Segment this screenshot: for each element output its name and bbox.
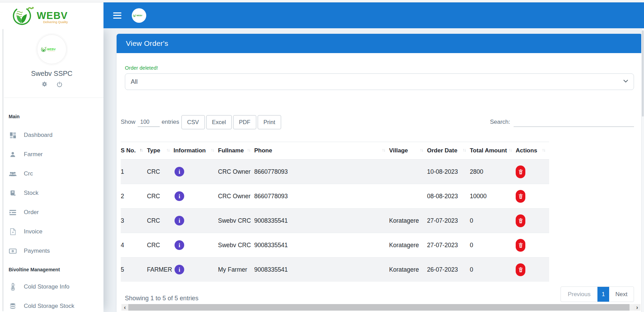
money-bill-icon — [9, 249, 17, 254]
sort-icon: ↑↓ — [382, 147, 385, 152]
hamburger-menu-icon[interactable] — [113, 12, 121, 19]
sidebar-item-cold-storage-stock[interactable]: Cold Storage Stock — [0, 296, 103, 312]
column-header-village[interactable]: Village↑↓ — [389, 142, 427, 160]
brand-name-text: WEBV — [47, 48, 56, 51]
cell-type: CRC — [147, 184, 174, 209]
sidebar-item-order[interactable]: Order — [0, 203, 103, 222]
cell-order-date: 10-08-2023 — [427, 160, 470, 184]
cell-type: CRC — [147, 209, 174, 233]
trash-icon — [518, 267, 523, 272]
table-row: 3 CRC i Swebv CRC 9008335541 Koratagere … — [121, 209, 549, 233]
sidebar-item-label: Crc — [24, 170, 33, 177]
profile-name: Swebv SSPC — [0, 70, 103, 78]
scroll-left-icon[interactable]: ‹ — [121, 304, 128, 311]
page-top-strip — [0, 0, 644, 2]
info-icon: i — [179, 218, 180, 224]
cell-fullname: My Farmer — [218, 258, 254, 282]
sidebar-item-farmer[interactable]: Farmer — [0, 145, 103, 164]
vertical-scrollbar-thumb[interactable] — [642, 30, 644, 117]
cell-village — [389, 184, 427, 209]
cell-phone: 9008335541 — [254, 258, 389, 282]
scroll-right-icon[interactable]: › — [634, 304, 641, 311]
column-header-information[interactable]: Information↑↓ — [174, 142, 218, 160]
column-header-sno[interactable]: S No.↑↓ — [121, 142, 147, 160]
column-header-type[interactable]: Type↑↓ — [147, 142, 174, 160]
brand-logo[interactable]: WEBV Delivering Quality — [0, 2, 103, 28]
column-header-fullname[interactable]: Fullname↑↓ — [218, 142, 254, 160]
cell-sno: 5 — [121, 258, 147, 282]
sidebar-item-crc[interactable]: Crc — [0, 164, 103, 183]
delete-button[interactable] — [516, 239, 525, 252]
sidebar-item-cold-storage-info[interactable]: Cold Storage Info — [0, 277, 103, 296]
sidebar-item-dashboard[interactable]: Dashboard — [0, 125, 103, 145]
sidebar-scrollbar[interactable] — [2, 29, 3, 311]
cell-actions — [516, 209, 549, 233]
column-header-total-amount[interactable]: Total Amount↑↓ — [470, 142, 516, 160]
cell-actions — [516, 160, 549, 184]
pagination-previous[interactable]: Previous — [561, 287, 597, 302]
column-header-order-date[interactable]: Order Date↑↓ — [427, 142, 470, 160]
cell-information: i — [174, 209, 218, 233]
info-icon: i — [179, 169, 180, 175]
table-row: 4 CRC i Swebv CRC 9008335541 Koratagere … — [121, 233, 549, 258]
navbar-brand-logo[interactable]: WEBV — [132, 8, 146, 23]
table-row: 1 CRC i CRC Owner 8660778093 10-08-2023 … — [121, 160, 549, 184]
vertical-scrollbar[interactable] — [641, 28, 644, 312]
sidebar-item-payments[interactable]: Payments — [0, 241, 103, 261]
info-icon: i — [179, 242, 180, 248]
horizontal-scrollbar[interactable]: ‹ › — [121, 304, 641, 311]
delete-button[interactable] — [516, 214, 525, 227]
cell-total-amount: 0 — [470, 233, 516, 258]
entries-label: entries — [162, 119, 179, 125]
sidebar-item-label: Invoice — [24, 228, 42, 235]
sidebar-section-bivoltine: Bivoltine Management — [0, 261, 103, 277]
cell-fullname: Swebv CRC — [218, 209, 254, 233]
page-length-input[interactable] — [138, 118, 160, 127]
info-button[interactable]: i — [175, 216, 184, 225]
brand-tagline-text: Delivering Quality — [48, 51, 55, 52]
cell-sno: 3 — [121, 209, 147, 233]
horizontal-scrollbar-thumb[interactable] — [128, 304, 630, 311]
sidebar-section-main: Main — [0, 98, 103, 125]
pagination-page-1[interactable]: 1 — [597, 287, 609, 302]
sidebar-item-label: Cold Storage Stock — [24, 303, 74, 310]
export-excel-button[interactable]: Excel — [206, 115, 232, 129]
cell-phone: 9008335541 — [254, 209, 389, 233]
info-button[interactable]: i — [175, 167, 184, 177]
logout-button[interactable] — [57, 81, 62, 87]
sidebar-item-stock[interactable]: Stock — [0, 183, 103, 203]
delete-button[interactable] — [516, 165, 525, 178]
cell-order-date: 27-07-2023 — [427, 209, 470, 233]
export-pdf-button[interactable]: PDF — [233, 115, 256, 129]
sidebar-item-invoice[interactable]: Invoice — [0, 222, 103, 241]
order-filter-select[interactable]: All — [125, 73, 634, 90]
export-button-group: CSV Excel PDF Print — [181, 115, 283, 129]
info-button[interactable]: i — [175, 265, 184, 274]
delete-button[interactable] — [516, 263, 525, 276]
cell-order-date: 08-08-2023 — [427, 184, 470, 209]
cell-fullname: Swebv CRC — [218, 233, 254, 258]
info-button[interactable]: i — [175, 240, 184, 250]
column-header-actions[interactable]: Actions↑↓ — [516, 142, 549, 160]
delete-button[interactable] — [516, 190, 525, 203]
cell-actions — [516, 233, 549, 258]
search-input[interactable] — [514, 118, 634, 127]
sort-icon: ↑↓ — [508, 147, 512, 152]
chevron-down-icon — [623, 80, 628, 83]
settings-button[interactable] — [41, 81, 48, 87]
pagination: Previous 1 Next — [561, 286, 634, 302]
sidebar: WEBV Delivering Quality Swebv SSPC — [0, 28, 103, 312]
cell-village: Koratagere — [389, 209, 427, 233]
pagination-next[interactable]: Next — [609, 287, 634, 302]
cell-total-amount: 10000 — [470, 184, 516, 209]
top-navbar: WEBV — [103, 2, 644, 28]
info-button[interactable]: i — [175, 191, 184, 201]
column-header-phone[interactable]: Phone↑↓ — [254, 142, 389, 160]
export-print-button[interactable]: Print — [258, 115, 281, 129]
cell-information: i — [174, 233, 218, 258]
export-csv-button[interactable]: CSV — [181, 115, 205, 129]
cell-fullname: CRC Owner — [218, 184, 254, 209]
cell-phone: 8660778093 — [254, 184, 389, 209]
thermometer-icon — [9, 283, 17, 291]
avatar: WEBV Delivering Quality — [37, 34, 67, 64]
